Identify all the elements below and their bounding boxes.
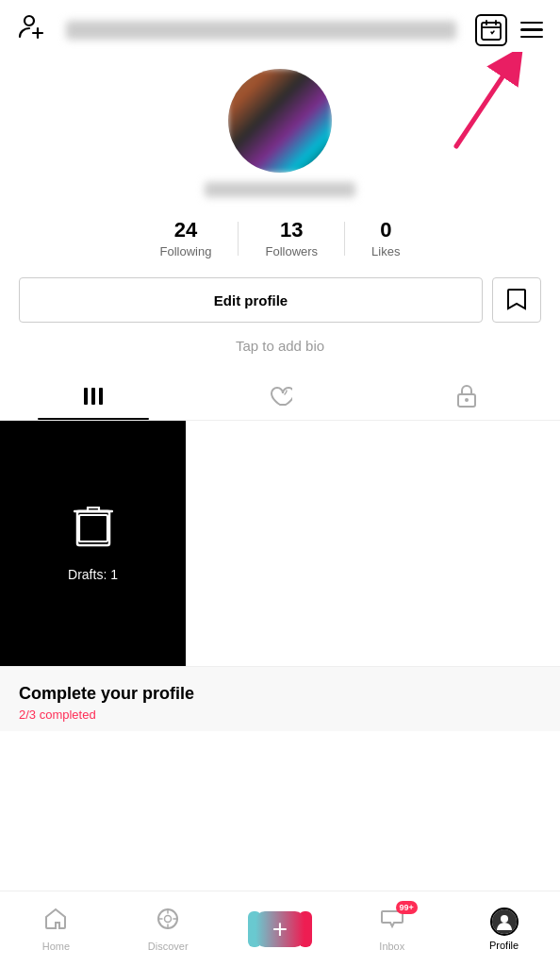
svg-point-22	[165, 915, 172, 922]
followers-count: 13	[280, 218, 303, 242]
svg-rect-10	[91, 388, 95, 405]
stats-row: 24 Following 13 Followers 0 Likes	[19, 218, 541, 258]
svg-rect-11	[99, 388, 103, 405]
menu-line-3	[520, 36, 543, 39]
complete-profile-subtitle: 2/3 completed	[19, 708, 541, 722]
svg-rect-17	[79, 515, 107, 541]
menu-line-1	[520, 22, 543, 25]
discover-label: Discover	[148, 941, 189, 952]
username-display	[66, 21, 456, 40]
tab-videos[interactable]	[0, 373, 187, 420]
content-area: Drafts: 1	[0, 421, 560, 666]
complete-profile-title: Complete your profile	[19, 684, 541, 704]
likes-label: Likes	[371, 244, 400, 258]
nav-create[interactable]: +	[224, 911, 337, 947]
drafts-label: Drafts: 1	[68, 567, 118, 582]
likes-count: 0	[380, 218, 391, 242]
home-label: Home	[42, 941, 70, 952]
svg-rect-14	[77, 511, 109, 545]
followers-stat[interactable]: 13 Followers	[239, 218, 344, 258]
tab-liked[interactable]	[187, 373, 373, 420]
svg-point-0	[25, 16, 34, 25]
profile-label: Profile	[489, 940, 519, 951]
bottom-navigation: Home Discover + 99+	[0, 891, 560, 966]
header	[0, 0, 560, 59]
bookmark-button[interactable]	[492, 277, 541, 323]
likes-stat[interactable]: 0 Likes	[345, 218, 426, 258]
inbox-label: Inbox	[379, 941, 404, 952]
followers-label: Followers	[265, 244, 318, 258]
svg-point-13	[465, 398, 469, 402]
discover-icon	[156, 907, 180, 937]
avatar-image	[228, 69, 332, 173]
calendar-icon[interactable]	[475, 14, 507, 46]
following-stat[interactable]: 24 Following	[134, 218, 239, 258]
profile-section: 24 Following 13 Followers 0 Likes Edit p…	[0, 59, 560, 373]
svg-point-27	[501, 915, 508, 923]
drafts-card[interactable]: Drafts: 1	[0, 421, 186, 666]
edit-profile-button[interactable]: Edit profile	[19, 277, 483, 323]
inbox-with-badge: 99+	[380, 907, 404, 937]
following-count: 24	[174, 218, 197, 242]
avatar[interactable]	[228, 69, 332, 173]
profile-nav-avatar	[492, 909, 517, 934]
following-label: Following	[160, 244, 212, 258]
add-user-button[interactable]	[17, 11, 47, 48]
profile-nav-avatar-ring	[490, 908, 519, 936]
tab-private[interactable]	[373, 373, 560, 420]
menu-line-2	[520, 28, 543, 31]
drafts-icon	[74, 506, 113, 558]
header-action-icons	[475, 14, 543, 46]
hamburger-menu-icon[interactable]	[520, 22, 543, 39]
content-tabs	[0, 373, 560, 421]
nav-profile[interactable]: Profile	[448, 908, 560, 951]
create-button[interactable]: +	[255, 911, 305, 947]
plus-icon: +	[272, 916, 288, 942]
nav-inbox[interactable]: 99+ Inbox	[336, 907, 448, 952]
profile-username	[205, 182, 355, 197]
nav-home[interactable]: Home	[0, 907, 112, 952]
profile-action-buttons: Edit profile	[19, 277, 541, 323]
complete-profile-banner[interactable]: Complete your profile 2/3 completed	[0, 666, 560, 731]
home-icon	[43, 907, 68, 937]
svg-rect-9	[84, 388, 88, 405]
inbox-badge: 99+	[396, 901, 418, 914]
svg-rect-3	[482, 23, 501, 40]
nav-discover[interactable]: Discover	[112, 907, 224, 952]
bio-placeholder[interactable]: Tap to add bio	[236, 338, 324, 354]
